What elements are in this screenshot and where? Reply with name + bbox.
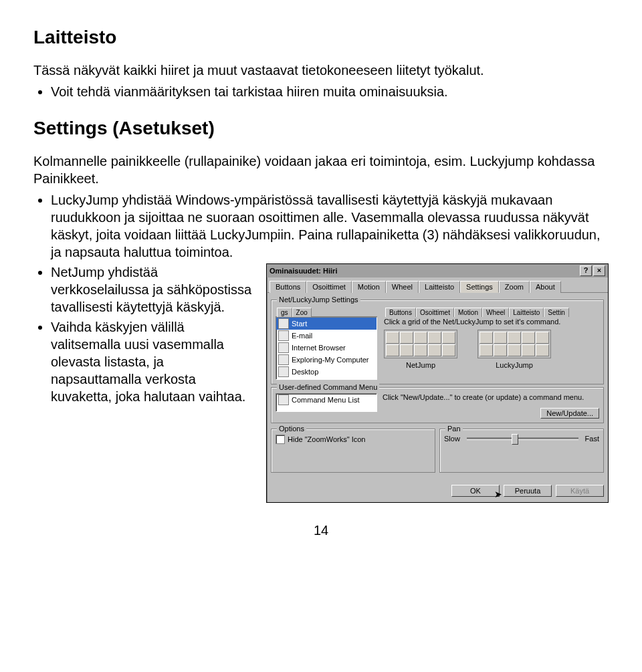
grid-cell[interactable] (428, 344, 441, 356)
pan-slider[interactable] (467, 437, 578, 440)
list-item: E-mail (276, 330, 377, 342)
bullet-settings-2: NetJump yhdistää verkkoselailussa ja säh… (51, 263, 254, 316)
list-item-label: Command Menu List (292, 396, 360, 404)
intro-settings: Kolmannelle painikkeelle (rullapainike) … (33, 152, 609, 187)
intro-laitteisto: Tässä näkyvät kaikki hiiret ja muut vast… (33, 62, 609, 79)
grid-cell[interactable] (428, 332, 441, 344)
bullet-settings-3: Vaihda käskyjen välillä valitsemalla uus… (51, 318, 254, 405)
grid-cell[interactable] (508, 344, 521, 356)
pan-slow-label: Slow (444, 435, 460, 443)
inner-tab[interactable]: Wheel (482, 308, 509, 317)
inner-tabs-right: Buttons Osoittimet Motion Wheel Laitteis… (384, 306, 599, 316)
tab-wheel[interactable]: Wheel (386, 281, 419, 293)
heading-laitteisto: Laitteisto (33, 27, 609, 48)
apply-button[interactable]: Käytä (556, 485, 604, 497)
grid-cell[interactable] (386, 332, 399, 344)
grid-cell[interactable] (386, 344, 399, 356)
tab-motion[interactable]: Motion (352, 281, 386, 293)
explorer-icon (278, 354, 289, 365)
titlebar: Ominaisuudet: Hiiri ? × (267, 264, 608, 277)
luckyjump-grid[interactable] (477, 330, 551, 358)
heading-settings: Settings (Asetukset) (33, 118, 609, 139)
grid-cell[interactable] (442, 344, 455, 356)
page-number: 14 (33, 523, 609, 538)
group-command-menu: User-defined Command Menu Command Menu L… (271, 387, 604, 423)
grid-cell[interactable] (522, 332, 535, 344)
tab-buttons[interactable]: Buttons (270, 281, 306, 293)
dialog-title: Ominaisuudet: Hiiri (270, 267, 578, 275)
browser-icon (278, 342, 289, 353)
cancel-button[interactable]: Peruuta (504, 485, 552, 497)
tab-settings[interactable]: Settings (460, 281, 499, 293)
menu-icon (278, 395, 289, 405)
grid-cell[interactable] (414, 332, 427, 344)
group-options: Options Hide "ZoomWorks" Icon (271, 429, 435, 473)
help-button[interactable]: ? (580, 265, 592, 276)
tabs-row: Buttons Osoittimet Motion Wheel Laitteis… (267, 277, 608, 293)
luckyjump-label: LuckyJump (477, 361, 551, 369)
command-menu-list[interactable]: Command Menu List (276, 393, 377, 412)
list-item-label: Start (292, 320, 307, 328)
grid-cell[interactable] (400, 344, 413, 356)
inner-tab-gs[interactable]: gs (277, 308, 292, 317)
bullet-laitteisto-1: Voit tehdä vianmäärityksen tai tarkistaa… (51, 83, 609, 100)
cmd-hint: Click "New/Update..." to create (or upda… (383, 393, 599, 401)
inner-tab[interactable]: Osoittimet (416, 308, 454, 317)
grid-cell[interactable] (536, 332, 549, 344)
dialog-window: Ominaisuudet: Hiiri ? × Buttons Osoittim… (266, 263, 609, 503)
ok-button[interactable]: OK (451, 485, 500, 497)
nlj-hint: Click a grid of the Net/LuckyJump to set… (384, 318, 599, 326)
grid-cell[interactable] (536, 344, 549, 356)
list-item: Command Menu List (276, 394, 377, 406)
group-title-pan: Pan (445, 425, 463, 433)
tab-zoom[interactable]: Zoom (499, 281, 530, 293)
start-icon (278, 318, 289, 329)
hide-zoomworks-label: Hide "ZoomWorks" Icon (288, 435, 365, 443)
grid-cell[interactable] (494, 332, 507, 344)
dialog-button-row: OK ➤ Peruuta Käytä (267, 479, 608, 502)
pan-fast-label: Fast (585, 435, 599, 443)
inner-tab[interactable]: Laitteisto (509, 308, 544, 317)
group-title-cmd: User-defined Command Menu (277, 383, 379, 391)
grid-cell[interactable] (414, 344, 427, 356)
tab-about[interactable]: About (530, 281, 561, 293)
list-item: Start (276, 318, 377, 330)
group-title-nlj: Net/LuckyJump Settings (277, 296, 360, 304)
inner-tab[interactable]: Settin (544, 308, 569, 317)
close-button[interactable]: × (593, 265, 605, 276)
grid-cell[interactable] (494, 344, 507, 356)
grid-cell[interactable] (479, 344, 493, 356)
inner-tab[interactable]: Buttons (385, 308, 416, 317)
bullet-settings-1: LuckyJump yhdistää Windows-ympäristössä … (51, 191, 609, 261)
new-update-button[interactable]: New/Update... (540, 408, 599, 419)
hide-zoomworks-checkbox[interactable] (276, 435, 285, 444)
group-pan: Pan Slow Fast (439, 429, 604, 473)
tab-laitteisto[interactable]: Laitteisto (419, 281, 460, 293)
desktop-icon (278, 366, 289, 377)
group-netluckyjump: Net/LuckyJump Settings gs Zoo Start E-ma… (271, 300, 604, 384)
email-icon (278, 330, 289, 341)
list-item-label: Desktop (292, 368, 318, 376)
list-item: Desktop (276, 366, 377, 378)
grid-cell[interactable] (508, 332, 521, 344)
inner-tab-zoo[interactable]: Zoo (292, 308, 312, 317)
list-item: Exploring-My Computer (276, 354, 377, 366)
list-item-label: Exploring-My Computer (292, 356, 369, 364)
list-item: Internet Browser (276, 342, 377, 354)
slider-thumb[interactable] (512, 434, 518, 445)
grid-cell[interactable] (522, 344, 535, 356)
netjump-grid[interactable] (384, 330, 457, 358)
grid-cell[interactable] (442, 332, 455, 344)
tab-osoittimet[interactable]: Osoittimet (306, 281, 352, 293)
inner-tab[interactable]: Motion (454, 308, 482, 317)
inner-tabs-left: gs Zoo (276, 306, 377, 317)
grid-cell[interactable] (400, 332, 413, 344)
group-title-options: Options (277, 425, 306, 433)
list-item-label: Internet Browser (292, 344, 346, 352)
list-item-label: E-mail (292, 332, 312, 340)
command-listbox[interactable]: Start E-mail Internet Browser Exploring-… (276, 317, 377, 380)
netjump-label: NetJump (384, 361, 457, 369)
grid-cell[interactable] (479, 332, 493, 344)
